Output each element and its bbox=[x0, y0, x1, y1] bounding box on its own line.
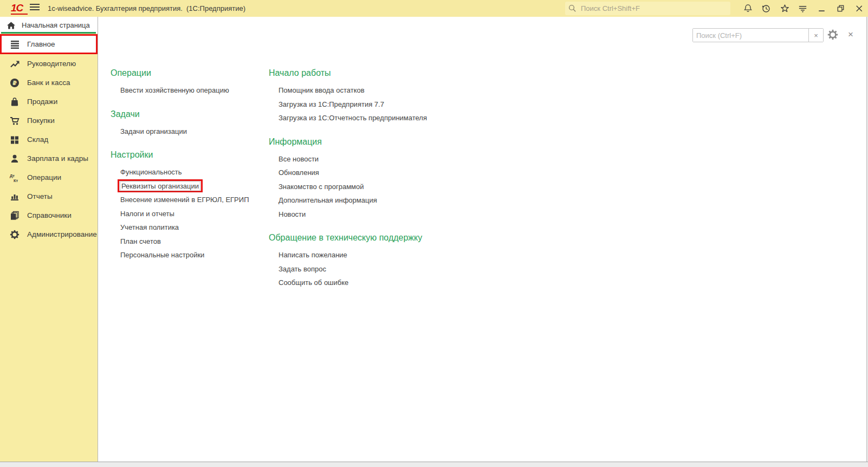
close-button[interactable] bbox=[854, 3, 864, 14]
section-tehpodderzhka: Обращение в техническую поддержку Написа… bbox=[269, 232, 453, 290]
link-zagruzka-iz-1c-predpriyatiya-77[interactable]: Загрузка из 1С:Предприятия 7.7 bbox=[278, 100, 384, 108]
app-window: 1С 1c-wiseadvice. Бухгалтерия предприяти… bbox=[0, 0, 868, 467]
title-bar: 1С 1c-wiseadvice. Бухгалтерия предприяти… bbox=[0, 0, 868, 17]
section-informatsiya: Информация Все новости Обновления Знаком… bbox=[269, 136, 453, 222]
section-nastroyki: Настройки Функциональность Реквизиты орг… bbox=[111, 149, 265, 262]
home-icon bbox=[7, 21, 16, 30]
sidebar-item-sklad[interactable]: Склад bbox=[0, 130, 98, 149]
section-heading: Настройки bbox=[111, 149, 265, 160]
link-znakomstvo-s-programmoy[interactable]: Знакомство с программой bbox=[278, 183, 364, 191]
sidebar-item-spravochniki[interactable]: Справочники bbox=[0, 206, 98, 225]
sidebar-item-administrirovanie[interactable]: Администрирование bbox=[0, 225, 98, 244]
link-novosti[interactable]: Новости bbox=[278, 210, 306, 218]
favorites-star-icon[interactable] bbox=[780, 3, 790, 14]
reference-books-icon bbox=[9, 210, 20, 221]
link-plan-schetov[interactable]: План счетов bbox=[120, 237, 161, 245]
bar-chart-icon bbox=[9, 191, 20, 202]
page-settings-gear-icon[interactable] bbox=[827, 29, 838, 40]
sidebar-item-label: Банк и касса bbox=[27, 79, 70, 87]
annotation-box-rekvizity: Реквизиты организации bbox=[118, 179, 203, 192]
svg-text:₽: ₽ bbox=[12, 80, 17, 86]
sidebar-item-rukovoditelyu[interactable]: Руководителю bbox=[0, 54, 98, 73]
section-operatsii: Операции Ввести хозяйственную операцию bbox=[111, 67, 265, 98]
section-nachalo-raboty: Начало работы Помощник ввода остатков За… bbox=[269, 67, 453, 125]
link-napisat-pozhelanie[interactable]: Написать пожелание bbox=[278, 251, 347, 259]
section-heading: Операции bbox=[111, 67, 265, 79]
link-zadat-vopros[interactable]: Задать вопрос bbox=[278, 265, 326, 273]
sidebar-item-operatsii[interactable]: ДтКт Операции bbox=[0, 168, 98, 187]
svg-text:Кт: Кт bbox=[14, 178, 18, 183]
shopping-cart-icon bbox=[9, 115, 20, 126]
link-dopolnitelnaya-informatsiya[interactable]: Дополнительная информация bbox=[278, 196, 377, 204]
window-title: 1c-wiseadvice. Бухгалтерия предприятия. … bbox=[48, 4, 245, 12]
link-personalnye-nastroyki[interactable]: Персональные настройки bbox=[120, 251, 204, 259]
main-menu-hamburger-icon[interactable] bbox=[30, 4, 40, 12]
warehouse-grid-icon bbox=[9, 134, 20, 145]
sidebar-item-otchety[interactable]: Отчеты bbox=[0, 187, 98, 206]
hamburger-icon bbox=[9, 39, 20, 50]
history-icon[interactable] bbox=[761, 3, 771, 14]
debit-credit-icon: ДтКт bbox=[9, 172, 20, 183]
link-pomoschnik-vvoda-ostatkov[interactable]: Помощник ввода остатков bbox=[278, 86, 365, 94]
content-column-left: Операции Ввести хозяйственную операцию З… bbox=[111, 67, 265, 273]
section-zadachi: Задачи Задачи организации bbox=[111, 108, 265, 139]
sidebar-item-label: Операции bbox=[27, 173, 61, 181]
tab-home-label: Начальная страница bbox=[22, 21, 90, 29]
global-search-input[interactable] bbox=[580, 4, 717, 13]
sidebar-item-glavnoe[interactable]: Главное bbox=[0, 34, 98, 54]
sections-panel: Начальная страница Главное Руководителю … bbox=[0, 17, 98, 462]
service-panel-icon[interactable] bbox=[798, 3, 808, 14]
sidebar-item-label: Справочники bbox=[27, 211, 72, 219]
home-page-content: × × Операции Ввести хозяйственную операц… bbox=[98, 17, 868, 462]
link-uchetnaya-politika[interactable]: Учетная политика bbox=[120, 223, 179, 231]
link-funktsionalnost[interactable]: Функциональность bbox=[120, 168, 182, 176]
tab-active-underline bbox=[1, 32, 96, 34]
gear-icon bbox=[9, 229, 20, 240]
notifications-bell-icon[interactable] bbox=[743, 3, 753, 14]
sidebar-item-label: Администрирование bbox=[27, 230, 97, 238]
sidebar-item-label: Главное bbox=[27, 40, 55, 48]
link-vse-novosti[interactable]: Все новости bbox=[278, 155, 319, 163]
link-obnovleniya[interactable]: Обновления bbox=[278, 168, 319, 177]
section-heading: Обращение в техническую поддержку bbox=[269, 232, 453, 243]
page-search-clear-button[interactable]: × bbox=[808, 29, 823, 42]
section-heading: Начало работы bbox=[269, 67, 453, 79]
page-close-icon[interactable]: × bbox=[845, 29, 856, 40]
section-heading: Информация bbox=[269, 136, 453, 147]
minimize-button[interactable] bbox=[817, 3, 827, 14]
ruble-coin-icon: ₽ bbox=[9, 77, 20, 88]
person-icon bbox=[9, 153, 20, 164]
shopping-bag-icon bbox=[9, 96, 20, 107]
sidebar-item-label: Продажи bbox=[27, 98, 57, 106]
link-soobschit-ob-oshibke[interactable]: Сообщить об ошибке bbox=[278, 278, 348, 287]
link-rekvizity-organizatsii[interactable]: Реквизиты организации bbox=[120, 181, 200, 191]
section-heading: Задачи bbox=[111, 108, 265, 120]
search-icon bbox=[568, 4, 576, 12]
1c-logo-underline bbox=[11, 14, 28, 15]
sidebar-item-bank-i-kassa[interactable]: ₽ Банк и касса bbox=[0, 73, 98, 92]
sidebar-item-label: Покупки bbox=[27, 116, 55, 125]
content-column-right: Начало работы Помощник ввода остатков За… bbox=[269, 67, 453, 301]
sidebar-item-label: Отчеты bbox=[27, 192, 53, 200]
link-zagruzka-iz-1c-otchetnost[interactable]: Загрузка из 1С:Отчетность предпринимател… bbox=[278, 114, 427, 122]
page-search-box: × bbox=[692, 28, 824, 42]
global-search-box[interactable] bbox=[565, 2, 730, 15]
link-vvesti-hozyaystvennuyu-operatsiyu[interactable]: Ввести хозяйственную операцию bbox=[120, 86, 229, 94]
sidebar-item-pokupki[interactable]: Покупки bbox=[0, 111, 98, 130]
window-bottom-strip bbox=[0, 462, 868, 467]
link-nalogi-i-otchety[interactable]: Налоги и отчеты bbox=[120, 210, 174, 218]
sidebar-item-label: Склад bbox=[27, 135, 48, 144]
page-search-input[interactable] bbox=[693, 29, 808, 42]
sidebar-item-label: Руководителю bbox=[27, 60, 76, 68]
sidebar-item-prodazhi[interactable]: Продажи bbox=[0, 92, 98, 111]
link-vnesenie-izmeneniy-egrul-egrip[interactable]: Внесение изменений в ЕГРЮЛ, ЕГРИП bbox=[120, 196, 249, 204]
tab-home-page[interactable]: Начальная страница bbox=[0, 17, 98, 34]
link-zadachi-organizatsii[interactable]: Задачи организации bbox=[120, 127, 187, 135]
1c-logo: 1С bbox=[11, 2, 23, 14]
trend-chart-icon bbox=[9, 59, 20, 69]
sidebar-item-label: Зарплата и кадры bbox=[27, 154, 88, 163]
sidebar-item-zarplata-i-kadry[interactable]: Зарплата и кадры bbox=[0, 149, 98, 168]
restore-button[interactable] bbox=[835, 3, 846, 14]
